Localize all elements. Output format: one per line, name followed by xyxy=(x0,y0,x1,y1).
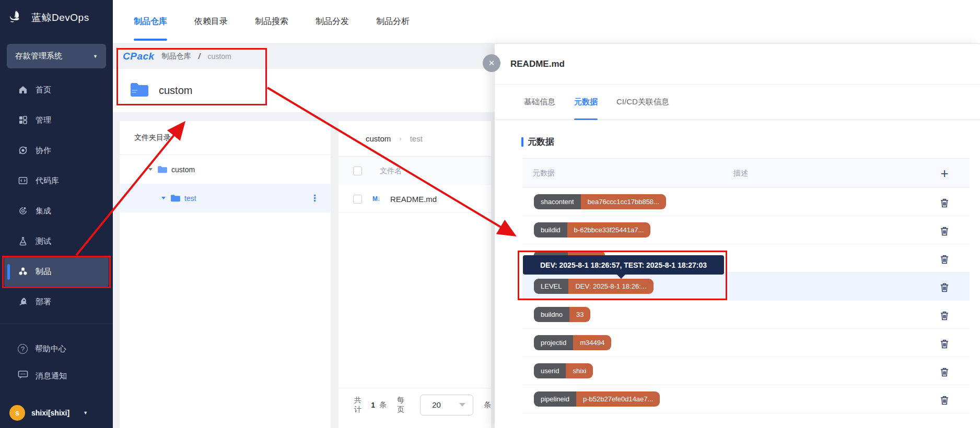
page-size-value: 20 xyxy=(432,400,459,409)
sidebar-item-test[interactable]: 测试 xyxy=(4,226,109,256)
help-icon: ? xyxy=(18,344,28,354)
section-accent-bar xyxy=(521,137,523,147)
chevron-down-icon[interactable] xyxy=(161,197,166,199)
per-page-label: 每页 xyxy=(397,396,410,414)
breadcrumb-current: custom xyxy=(208,52,231,61)
repo-header: custom xyxy=(113,69,495,112)
repo-name: custom xyxy=(159,85,192,97)
flask-icon xyxy=(18,236,28,246)
metadata-tag: buildidb-62bbce33f25441a7... xyxy=(534,222,650,237)
tooltip-caret xyxy=(617,275,625,279)
tab-artifact-analysis[interactable]: 制品分析 xyxy=(376,0,410,44)
sidebar-divider xyxy=(0,324,113,324)
file-list-panel: custom › test 文件名 M↓ README.md 共计1条 每页 2… xyxy=(339,121,491,428)
file-table-header: 文件名 xyxy=(339,157,491,185)
tree-title: 文件夹目录 xyxy=(120,121,331,155)
app-logo-text: 蓝鲸DevOps xyxy=(31,11,89,25)
metadata-tag[interactable]: LEVELDEV: 2025-8-1 18:26:... xyxy=(534,279,654,294)
tab-cicd-info[interactable]: CI/CD关联信息 xyxy=(616,85,669,120)
avatar: s xyxy=(9,405,25,421)
delete-button[interactable] xyxy=(937,197,952,209)
collaboration-icon xyxy=(18,145,28,156)
tab-artifact-repo[interactable]: 制品仓库 xyxy=(134,0,167,44)
delete-button[interactable] xyxy=(937,338,952,350)
tab-artifact-distribution[interactable]: 制品分发 xyxy=(316,0,349,44)
row-checkbox[interactable] xyxy=(353,195,362,204)
metadata-row: pipelineidp-b52b27efe0d14ae7... xyxy=(522,385,970,413)
chevron-down-icon: ▼ xyxy=(93,54,98,59)
level-tooltip: DEV: 2025-8-1 18:26:57, TEST: 2025-8-1 1… xyxy=(523,255,724,275)
delete-button[interactable] xyxy=(937,282,952,293)
folder-icon-large xyxy=(130,82,149,100)
delete-button[interactable] xyxy=(937,254,952,265)
tab-dependency-catalog[interactable]: 依赖目录 xyxy=(194,0,228,44)
user-menu[interactable]: s shixi[shixi] ▼ xyxy=(0,398,113,428)
artifact-icon xyxy=(18,266,28,277)
sidebar-item-artifact[interactable]: 制品 xyxy=(4,256,109,287)
sidebar-item-notifications[interactable]: 消息通知 xyxy=(4,361,109,390)
tree-node-test[interactable]: test ⋮ xyxy=(120,184,331,212)
message-icon xyxy=(18,370,28,382)
drawer-tabs: 基础信息 元数据 CI/CD关联信息 xyxy=(495,85,980,120)
close-drawer-button[interactable]: ✕ xyxy=(483,54,500,72)
drawer-title: README.md xyxy=(510,59,565,69)
delete-button[interactable] xyxy=(937,225,952,237)
column-description: 描述 xyxy=(733,169,748,178)
breadcrumb: CPack 制品仓库 / custom xyxy=(113,44,495,69)
sidebar-item-code[interactable]: 代码库 xyxy=(4,165,109,196)
file-row-readme[interactable]: M↓ README.md xyxy=(339,185,491,213)
active-indicator xyxy=(7,264,10,280)
sidebar-item-help[interactable]: ? 帮助中心 xyxy=(4,334,109,363)
sidebar-item-integrate[interactable]: 集成 xyxy=(4,196,109,226)
tree-node-custom[interactable]: custom xyxy=(120,155,331,184)
grid-icon xyxy=(18,115,28,125)
markdown-file-icon: M↓ xyxy=(372,195,380,203)
metadata-tag: buildno33 xyxy=(534,307,590,322)
sidebar-item-home[interactable]: 首页 xyxy=(4,75,109,105)
delete-button[interactable] xyxy=(937,310,952,322)
sidebar-item-collab[interactable]: 协作 xyxy=(4,135,109,165)
integration-icon xyxy=(18,206,28,216)
metadata-tag: projectidm34494 xyxy=(534,335,611,350)
column-filename: 文件名 xyxy=(380,167,402,176)
select-all-checkbox[interactable] xyxy=(353,167,362,175)
total-label: 共计 xyxy=(354,396,367,414)
breadcrumb-separator: / xyxy=(199,52,201,61)
app-logo[interactable]: 蓝鲸DevOps xyxy=(8,9,89,26)
metadata-row-level: LEVELDEV: 2025-8-1 18:26:... xyxy=(522,272,970,301)
user-name: shixi[shixi] xyxy=(31,409,69,417)
metadata-table: 元数据 描述 + shacontentbea76ccc1cc17bb858...… xyxy=(522,158,970,413)
rocket-icon xyxy=(18,296,28,307)
detail-drawer: README.md 基础信息 元数据 CI/CD关联信息 元数据 元数据 描述 … xyxy=(495,44,980,428)
chevron-down-icon xyxy=(459,403,465,407)
sidebar-item-deploy[interactable]: 部署 xyxy=(4,287,109,317)
metadata-row: buildidb-62bbce33f25441a7... xyxy=(522,216,970,244)
chevron-down-icon[interactable] xyxy=(148,168,153,171)
chevron-right-icon: › xyxy=(399,135,401,142)
metadata-row: useridshixi xyxy=(522,357,970,385)
metadata-tag: shacontentbea76ccc1cc17bb858... xyxy=(534,194,666,209)
file-name: README.md xyxy=(390,195,437,204)
code-repo-icon xyxy=(18,175,28,186)
total-count: 1 xyxy=(371,401,375,409)
more-actions-icon[interactable]: ⋮ xyxy=(310,193,319,204)
path-root[interactable]: custom xyxy=(366,134,391,143)
metadata-row: buildno33 xyxy=(522,301,970,329)
tab-artifact-search[interactable]: 制品搜索 xyxy=(255,0,288,44)
sidebar-item-manage[interactable]: 管理 xyxy=(4,105,109,135)
close-icon: ✕ xyxy=(488,58,495,68)
pagination: 共计1条 每页 20 条 xyxy=(339,388,491,421)
column-metadata: 元数据 xyxy=(533,169,555,178)
page-size-select[interactable]: 20 xyxy=(420,395,473,415)
breadcrumb-root[interactable]: 制品仓库 xyxy=(162,52,191,61)
tab-metadata[interactable]: 元数据 xyxy=(574,85,598,120)
bluewhale-logo-icon xyxy=(8,9,27,26)
main-content: CPack 制品仓库 / custom custom 文件夹目录 custom … xyxy=(113,44,495,428)
tab-basic-info[interactable]: 基础信息 xyxy=(524,85,555,120)
delete-button[interactable] xyxy=(937,395,952,406)
delete-button[interactable] xyxy=(937,366,952,378)
project-selector[interactable]: 存款管理系统 ▼ xyxy=(7,44,106,68)
metadata-row: shacontentbea76ccc1cc17bb858... xyxy=(522,188,970,216)
folder-icon xyxy=(157,165,167,173)
add-metadata-button[interactable]: + xyxy=(934,159,955,188)
